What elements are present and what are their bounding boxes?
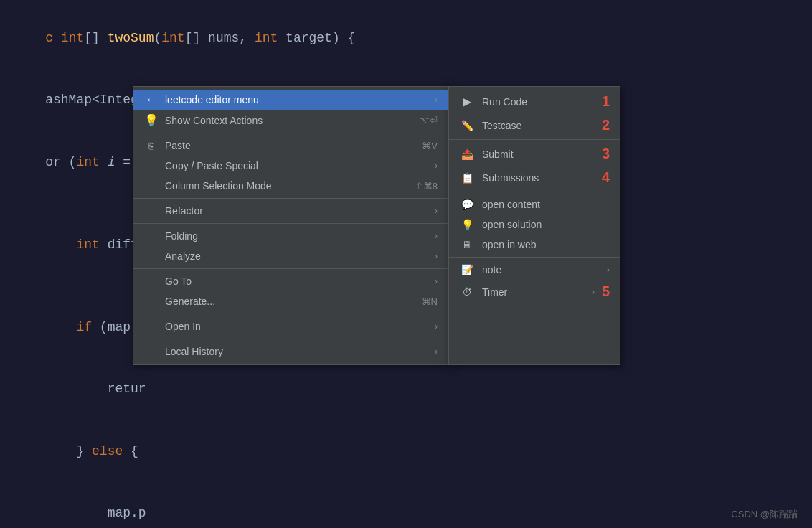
submenu-item-testcase[interactable]: ✏️ Testcase 2 xyxy=(449,113,620,137)
submenu-item-open-solution[interactable]: 💡 open solution xyxy=(449,214,620,235)
menu-item-local-history[interactable]: Local History › xyxy=(133,341,448,362)
badge-4: 4 xyxy=(602,169,610,186)
badge-1: 1 xyxy=(602,93,610,110)
menu-label: Show Context Actions xyxy=(165,115,390,126)
menu-item-show-context-actions[interactable]: 💡 Show Context Actions ⌥⏎ xyxy=(133,110,448,131)
submenu-item-timer[interactable]: ⏱ Timer › 5 xyxy=(449,280,620,303)
menu-item-copy-paste-special[interactable]: Copy / Paste Special › xyxy=(133,156,448,176)
testcase-icon: ✏️ xyxy=(459,120,475,131)
menu-item-refactor[interactable]: Refactor › xyxy=(133,201,448,221)
arrow-icon: › xyxy=(592,287,595,297)
arrow-icon: › xyxy=(435,161,438,171)
arrow-icon: › xyxy=(607,265,610,275)
menu-label: Paste xyxy=(165,140,393,151)
shortcut: ⌘N xyxy=(422,296,438,307)
arrow-icon: › xyxy=(435,251,438,261)
menu-label: Folding xyxy=(165,230,428,242)
menu-label: Analyze xyxy=(165,250,428,262)
content-icon: 💬 xyxy=(459,199,475,210)
leetcode-icon: ← xyxy=(143,93,159,106)
badge-5: 5 xyxy=(602,283,610,300)
arrow-icon: › xyxy=(435,206,438,216)
web-icon: 🖥 xyxy=(459,239,475,250)
menu-label: Open In xyxy=(165,321,428,332)
separator xyxy=(133,133,448,133)
menu-label: Go To xyxy=(165,275,428,287)
menu-label: Column Selection Mode xyxy=(165,180,387,192)
submenu-label: Run Code xyxy=(482,96,598,108)
separator xyxy=(133,314,448,314)
menu-label: Generate... xyxy=(165,296,393,307)
menu-item-folding[interactable]: Folding › xyxy=(133,226,448,246)
separator xyxy=(449,257,620,258)
menu-item-generate[interactable]: Generate... ⌘N xyxy=(133,291,448,311)
submenu-label: Timer xyxy=(482,286,592,298)
menu-item-leetcode-editor-menu[interactable]: ← leetcode editor menu › xyxy=(133,90,448,110)
run-icon: ▶ xyxy=(459,95,475,108)
submenu-label: Submissions xyxy=(482,172,598,184)
lightbulb-icon: 💡 xyxy=(143,113,159,127)
menu-label: Local History xyxy=(165,346,428,357)
submenu-label: note xyxy=(482,264,607,275)
shortcut: ⌘V xyxy=(422,141,438,151)
separator xyxy=(133,223,448,224)
menu-item-analyze[interactable]: Analyze › xyxy=(133,246,448,266)
menu-label: leetcode editor menu xyxy=(165,94,428,105)
arrow-icon: › xyxy=(435,346,438,357)
submenu-label: Testcase xyxy=(482,120,598,131)
submenu-item-submissions[interactable]: 📋 Submissions 4 xyxy=(449,166,620,189)
submenu-item-open-in-web[interactable]: 🖥 open in web xyxy=(449,235,620,255)
submenu-item-submit[interactable]: 📤 Submit 3 xyxy=(449,142,620,166)
submenu-label: open solution xyxy=(482,219,610,230)
separator xyxy=(449,192,620,192)
badge-2: 2 xyxy=(602,117,610,133)
menu-item-go-to[interactable]: Go To › xyxy=(133,271,448,291)
watermark: CSDN @陈踹踹 xyxy=(731,508,798,521)
arrow-icon: › xyxy=(435,321,438,331)
context-menu-left: ← leetcode editor menu › 💡 Show Context … xyxy=(133,86,448,365)
separator xyxy=(133,268,448,269)
submit-icon: 📤 xyxy=(459,148,475,160)
menu-item-column-selection[interactable]: Column Selection Mode ⇧⌘8 xyxy=(133,176,448,196)
submenu-item-note[interactable]: 📝 note › xyxy=(449,260,620,280)
menu-item-paste[interactable]: ⎘ Paste ⌘V xyxy=(133,136,448,156)
menu-label: Copy / Paste Special xyxy=(165,160,428,171)
paste-icon: ⎘ xyxy=(143,141,159,151)
shortcut: ⌥⏎ xyxy=(419,115,438,126)
solution-icon: 💡 xyxy=(459,219,475,230)
submissions-icon: 📋 xyxy=(459,172,475,184)
submenu-item-run-code[interactable]: ▶ Run Code 1 xyxy=(449,90,620,113)
context-menu-wrapper: ← leetcode editor menu › 💡 Show Context … xyxy=(133,86,620,365)
separator xyxy=(449,139,620,140)
submenu-item-open-content[interactable]: 💬 open content xyxy=(449,194,620,214)
context-menu-right: ▶ Run Code 1 ✏️ Testcase 2 📤 Submit 3 📋 … xyxy=(448,86,620,365)
arrow-icon: › xyxy=(435,276,438,286)
submenu-label: open content xyxy=(482,199,610,210)
separator xyxy=(133,198,448,199)
menu-label: Refactor xyxy=(165,205,428,217)
arrow-icon: › xyxy=(435,95,438,105)
arrow-icon: › xyxy=(435,231,438,241)
badge-3: 3 xyxy=(602,146,610,162)
submenu-label: open in web xyxy=(482,239,610,250)
submenu-label: Submit xyxy=(482,148,598,160)
note-icon: 📝 xyxy=(459,264,475,275)
timer-icon: ⏱ xyxy=(459,286,475,298)
menu-item-open-in[interactable]: Open In › xyxy=(133,316,448,336)
separator xyxy=(133,339,448,339)
shortcut: ⇧⌘8 xyxy=(415,181,438,192)
